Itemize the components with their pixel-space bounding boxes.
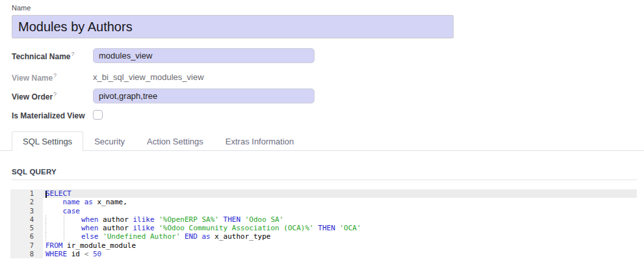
code-token: as: [84, 198, 93, 206]
code-token: THEN: [224, 215, 241, 224]
code-line-content: else 'Undefined Author' END as x_author_…: [43, 232, 637, 241]
help-icon[interactable]: ?: [71, 51, 74, 57]
code-token: x_author_type: [211, 232, 271, 241]
line-number: 4: [10, 215, 43, 224]
code-line[interactable]: 3 case: [10, 207, 637, 215]
code-line-content: name as x_name,: [43, 198, 637, 206]
code-token: author: [99, 215, 133, 224]
code-token: END: [185, 232, 198, 241]
code-token: [180, 232, 185, 241]
view-order-input[interactable]: pivot,graph,tree: [93, 88, 315, 103]
code-line[interactable]: 4 when author ilike '%OpenERP SA%' THEN …: [10, 215, 637, 224]
view-order-label: View Order?: [12, 91, 93, 101]
view-name-value: x_bi_sql_view_modules_view: [93, 72, 204, 82]
line-number: 7: [10, 241, 43, 250]
tab-security[interactable]: Security: [83, 131, 136, 150]
code-token: ir_module_module: [63, 241, 136, 250]
code-token: [88, 250, 93, 258]
code-line-content: case: [43, 207, 637, 215]
code-token: SELECT: [45, 189, 71, 198]
code-line[interactable]: 8WHERE id < 50: [10, 250, 637, 258]
line-number: 1: [10, 189, 43, 198]
name-input-value: Modules by Authors: [18, 20, 133, 34]
code-line[interactable]: 2 name as x_name,: [10, 198, 637, 206]
line-number: 8: [10, 250, 43, 258]
technical-name-label: Technical Name?: [12, 51, 93, 61]
code-token: ilike: [133, 215, 154, 224]
code-token: as: [201, 232, 210, 241]
code-token: FROM: [45, 241, 63, 250]
code-line-content: when author ilike '%OpenERP SA%' THEN 'O…: [43, 215, 637, 224]
code-token: '%OpenERP SA%': [159, 215, 219, 224]
code-token: 50: [93, 250, 101, 258]
code-token: [45, 198, 63, 206]
indent-guide: [45, 224, 64, 232]
tab-extras-information[interactable]: Extras Information: [214, 131, 305, 150]
form-view: Name Modules by Authors Technical Name? …: [0, 0, 644, 270]
code-token: id: [67, 250, 84, 258]
indent-guide: [64, 215, 82, 224]
code-line-content: FROM ir_module_module: [43, 241, 637, 250]
code-line[interactable]: 7FROM ir_module_module: [10, 241, 637, 250]
code-token: when: [81, 224, 99, 232]
code-token: 'OCA': [339, 224, 361, 232]
code-token: '%Odoo Community Association (OCA)%': [159, 224, 313, 232]
code-token: when: [81, 215, 99, 224]
is-materialized-label: Is Materialized View: [12, 111, 93, 120]
code-token: 'Undefined Author': [103, 232, 180, 241]
is-materialized-checkbox[interactable]: [93, 110, 103, 120]
indent-guide: [64, 224, 82, 232]
code-token: name: [63, 198, 81, 206]
code-token: [240, 215, 245, 224]
tab-action-settings[interactable]: Action Settings: [136, 131, 214, 150]
help-icon[interactable]: ?: [53, 91, 57, 98]
code-line[interactable]: 5 when author ilike '%Odoo Community Ass…: [10, 224, 637, 232]
code-line-content: WHERE id < 50: [43, 250, 637, 258]
code-token: THEN: [318, 224, 335, 232]
notebook-tabs: SQL SettingsSecurityAction SettingsExtra…: [0, 131, 644, 151]
line-number: 5: [10, 224, 43, 232]
name-input[interactable]: Modules by Authors: [12, 15, 454, 38]
code-token: [80, 198, 84, 206]
code-token: [45, 207, 63, 215]
code-token: else: [81, 232, 99, 241]
code-line[interactable]: 1SELECT: [10, 189, 637, 198]
code-line[interactable]: 6 else 'Undefined Author' END as x_autho…: [10, 232, 637, 241]
code-line-content: SELECT: [43, 189, 637, 198]
line-number: 6: [10, 232, 43, 241]
name-field-label: Name: [12, 4, 31, 12]
code-token: WHERE: [45, 250, 67, 258]
line-number: 2: [10, 198, 43, 206]
help-icon[interactable]: ?: [53, 72, 57, 79]
technical-name-input[interactable]: modules_view: [93, 48, 315, 63]
view-name-label: View Name?: [12, 72, 93, 83]
indent-guide: [45, 215, 64, 224]
code-token: case: [63, 207, 81, 215]
code-token: ilike: [133, 224, 154, 232]
section-divider: [12, 180, 637, 180]
code-token: 'Odoo SA': [245, 215, 284, 224]
tab-sql-settings[interactable]: SQL Settings: [12, 131, 83, 151]
code-token: [219, 215, 224, 224]
indent-guide: [64, 232, 82, 241]
code-token: author: [99, 224, 133, 232]
line-number: 3: [10, 207, 43, 215]
code-token: x_name,: [93, 198, 127, 206]
sql-editor[interactable]: 1SELECT2 name as x_name,3 case4 when aut…: [10, 189, 637, 259]
sql-query-section-title: SQL QUERY: [12, 168, 57, 176]
code-line-content: when author ilike '%Odoo Community Assoc…: [43, 224, 637, 232]
indent-guide: [45, 232, 64, 241]
